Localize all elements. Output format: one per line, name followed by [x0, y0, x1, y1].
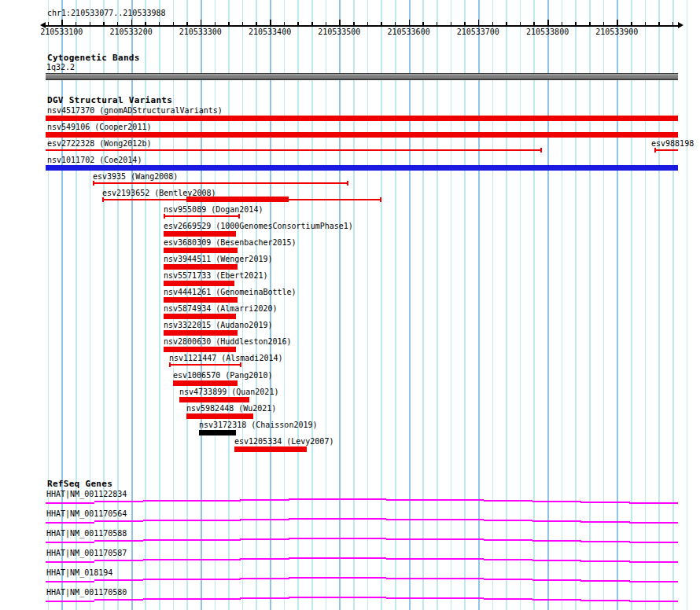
gene-line-segment[interactable]	[435, 519, 484, 520]
gene-line-segment[interactable]	[289, 557, 337, 559]
gene-line-segment[interactable]	[337, 557, 386, 559]
gene-line-segment[interactable]	[484, 539, 532, 541]
gene-line-segment[interactable]	[289, 498, 337, 500]
gene-line-segment[interactable]	[143, 579, 192, 580]
variant-label[interactable]: nsv3944511 (Wenger2019)	[164, 255, 272, 263]
gene-line-segment[interactable]	[484, 520, 532, 521]
gene-label[interactable]: HHAT|NM_001170580	[46, 588, 127, 597]
gene-line-segment[interactable]	[337, 597, 386, 598]
gene-line-segment[interactable]	[46, 522, 94, 524]
variant-bar[interactable]	[46, 116, 678, 121]
gene-line-segment[interactable]	[240, 499, 289, 501]
variant-label[interactable]: esv2669529 (1000GenomesConsortiumPhase1)	[164, 222, 353, 230]
gene-line-segment[interactable]	[386, 519, 435, 520]
variant-label[interactable]: esv3935 (Wang2008)	[93, 172, 178, 181]
gene-line-segment[interactable]	[192, 598, 241, 600]
gene-line-segment[interactable]	[532, 501, 581, 502]
gene-line-segment[interactable]	[94, 501, 143, 502]
gene-line-segment[interactable]	[386, 538, 435, 540]
variant-bar[interactable]	[164, 347, 236, 352]
gene-line-segment[interactable]	[386, 499, 435, 501]
gene-line-segment[interactable]	[532, 540, 581, 542]
variant-bar[interactable]	[186, 197, 289, 202]
gene-line-segment[interactable]	[532, 560, 581, 561]
gene-line-segment[interactable]	[580, 580, 629, 582]
gene-label[interactable]: HHAT|NM_018194	[46, 568, 112, 577]
variant-label[interactable]: nsv4733899 (Quan2021)	[179, 388, 278, 396]
gene-line-segment[interactable]	[192, 520, 241, 521]
gene-line-segment[interactable]	[629, 561, 678, 563]
gene-line-segment[interactable]	[435, 597, 484, 599]
variant-label[interactable]: nsv1011702 (Coe2014)	[47, 156, 142, 164]
gene-line-segment[interactable]	[240, 597, 289, 599]
gene-line-segment[interactable]	[532, 579, 581, 581]
gene-line-segment[interactable]	[629, 542, 678, 543]
variant-bar[interactable]	[164, 281, 234, 286]
variant-label[interactable]: nsv549106 (Cooper2011)	[47, 123, 151, 131]
gene-label[interactable]: HHAT|NM_001122834	[46, 490, 127, 498]
gene-line-segment[interactable]	[435, 499, 484, 501]
gene-line-segment[interactable]	[192, 500, 241, 502]
variant-label[interactable]: esv1006570 (Pang2010)	[173, 371, 272, 380]
variant-label[interactable]: esv2722328 (Wong2012b)	[47, 139, 151, 148]
variant-bar[interactable]	[164, 297, 238, 303]
gene-line-segment[interactable]	[94, 579, 143, 581]
gene-line-segment[interactable]	[629, 581, 678, 582]
variant-bar[interactable]	[164, 264, 238, 270]
gene-line-segment[interactable]	[94, 520, 143, 522]
variant-bar[interactable]	[199, 430, 236, 435]
variant-range-line[interactable]	[164, 215, 240, 217]
gene-line-segment[interactable]	[386, 578, 435, 579]
gene-line-segment[interactable]	[289, 538, 337, 539]
gene-line-segment[interactable]	[580, 502, 629, 503]
gene-line-segment[interactable]	[46, 561, 94, 563]
gene-line-segment[interactable]	[240, 558, 289, 560]
variant-label[interactable]: esv1205334 (Levy2007)	[234, 437, 333, 446]
gene-line-segment[interactable]	[337, 518, 386, 520]
gene-line-segment[interactable]	[337, 498, 386, 500]
variant-label[interactable]: nsv3322015 (Audano2019)	[164, 321, 272, 329]
gene-line-segment[interactable]	[386, 597, 435, 599]
gene-line-segment[interactable]	[240, 519, 289, 520]
gene-line-segment[interactable]	[240, 578, 289, 579]
variant-bar[interactable]	[46, 165, 678, 171]
variant-label[interactable]: nsv3172318 (Chaisson2019)	[199, 421, 318, 429]
gene-line-segment[interactable]	[240, 538, 289, 540]
variant-bar[interactable]	[164, 330, 238, 336]
gene-line-segment[interactable]	[192, 559, 241, 560]
variant-range-line[interactable]	[169, 364, 241, 366]
gene-line-segment[interactable]	[143, 598, 192, 600]
variant-bar[interactable]	[46, 132, 678, 138]
gene-line-segment[interactable]	[386, 558, 435, 560]
gene-line-segment[interactable]	[435, 578, 484, 579]
gene-line-segment[interactable]	[337, 538, 386, 539]
variant-bar[interactable]	[164, 248, 238, 253]
variant-label[interactable]: nsv1121447 (Alsmadi2014)	[169, 354, 283, 362]
gene-line-segment[interactable]	[192, 579, 241, 580]
gene-line-segment[interactable]	[289, 577, 337, 579]
variant-range-line[interactable]	[93, 182, 348, 184]
variant-label[interactable]: esv3680309 (Besenbacher2015)	[164, 238, 297, 247]
gene-line-segment[interactable]	[629, 601, 678, 602]
gene-line-segment[interactable]	[629, 502, 678, 504]
variant-label[interactable]: nsv5571733 (Ebert2021)	[164, 271, 267, 280]
gene-line-segment[interactable]	[192, 539, 241, 541]
gene-line-segment[interactable]	[435, 558, 484, 560]
variant-bar[interactable]	[186, 413, 253, 419]
variant-label[interactable]: nsv955089 (Dogan2014)	[164, 205, 263, 214]
gene-line-segment[interactable]	[143, 520, 192, 521]
gene-line-segment[interactable]	[580, 521, 629, 523]
cytoband-bar[interactable]	[46, 73, 678, 80]
gene-line-segment[interactable]	[289, 597, 337, 598]
gene-line-segment[interactable]	[629, 522, 678, 524]
variant-label[interactable]: nsv2800630 (Huddleston2016)	[164, 337, 292, 346]
gene-line-segment[interactable]	[484, 579, 532, 580]
gene-line-segment[interactable]	[46, 502, 94, 504]
variant-label[interactable]: nsv4441261 (GenomeinaBottle)	[164, 288, 297, 296]
variant-bar[interactable]	[164, 314, 236, 319]
gene-line-segment[interactable]	[143, 539, 192, 541]
variant-bar[interactable]	[179, 397, 249, 402]
gene-line-segment[interactable]	[435, 538, 484, 540]
gene-label[interactable]: HHAT|NM_001170587	[46, 549, 127, 557]
gene-label[interactable]: HHAT|NM_001170564	[46, 509, 127, 518]
